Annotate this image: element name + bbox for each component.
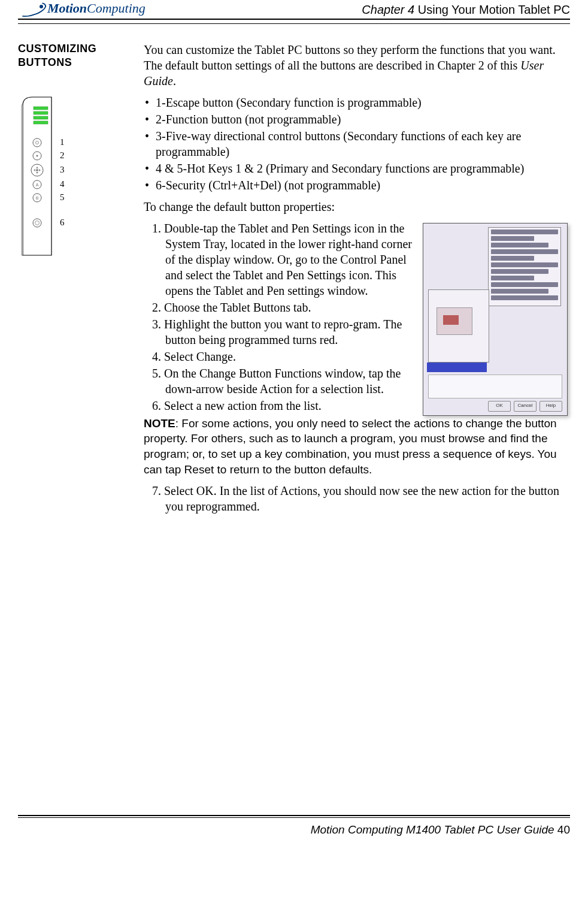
svg-point-14 xyxy=(33,219,41,227)
ss-panel-icon xyxy=(488,227,561,306)
svg-point-4 xyxy=(33,138,41,147)
step-5: 5. On the Change Button Functions window… xyxy=(152,366,414,397)
bullet-item: 1-Escape button (Secondary function is p… xyxy=(144,95,568,110)
tablet-side-diagram-icon: A B 1 2 3 4 5 6 xyxy=(18,93,102,261)
page-number: 40 xyxy=(554,823,570,836)
note-paragraph: NOTE: For some actions, you only need to… xyxy=(144,416,568,478)
intro-paragraph: You can customize the Tablet PC buttons … xyxy=(144,42,568,89)
step-3: 3. Highlight the button you want to repr… xyxy=(152,316,414,348)
header-rule xyxy=(18,23,570,24)
ss-highlight-icon xyxy=(427,363,487,372)
change-intro: To change the default button properties: xyxy=(144,199,568,215)
diagram-label-5: 5 xyxy=(60,192,65,202)
page-header: MotionComputing Chapter 4 Using Your Mot… xyxy=(18,0,570,20)
diagram-label-3: 3 xyxy=(60,165,65,174)
chapter-label: Chapter 4 xyxy=(362,3,414,16)
svg-rect-1 xyxy=(34,111,48,114)
intro-period: . xyxy=(173,74,176,87)
bullet-item: 2-Function button (not programmable) xyxy=(144,111,568,127)
diagram-label-6: 6 xyxy=(60,218,65,227)
ss-cancel-button: Cancel xyxy=(514,401,537,412)
button-list: 1-Escape button (Secondary function is p… xyxy=(144,95,568,193)
footer-title: Motion Computing M1400 Tablet PC User Gu… xyxy=(311,823,554,836)
diagram-label-1: 1 xyxy=(60,137,65,147)
ss-ok-button: OK xyxy=(488,401,511,412)
chapter-header: Chapter 4 Using Your Motion Tablet PC xyxy=(362,2,570,17)
chapter-title: Using Your Motion Tablet PC xyxy=(414,3,570,16)
svg-point-9 xyxy=(36,169,38,171)
footer: Motion Computing M1400 Tablet PC User Gu… xyxy=(18,823,570,838)
step-7: 7. Select OK. In the list of Actions, yo… xyxy=(152,483,568,514)
footer-rule-thin xyxy=(18,817,570,818)
logo-swoosh-icon xyxy=(18,1,45,16)
svg-text:B: B xyxy=(36,196,39,200)
logo-part2: Computing xyxy=(87,1,146,16)
ss-thumbnail-icon xyxy=(437,307,472,335)
step-6: 6. Select a new action from the list. xyxy=(152,398,414,413)
logo-part1: Motion xyxy=(47,1,87,16)
bullet-item: 3-Five-way directional control buttons (… xyxy=(144,128,568,159)
button-diagram: A B 1 2 3 4 5 6 xyxy=(18,93,144,265)
bullet-item: 6-Security (Ctrl+Alt+Del) (not programma… xyxy=(144,177,568,193)
step-2: 2. Choose the Tablet Buttons tab. xyxy=(152,300,414,315)
diagram-label-2: 2 xyxy=(60,150,65,160)
bullet-item: 4 & 5-Hot Keys 1 & 2 (Primary and Second… xyxy=(144,161,568,176)
brand-logo: MotionComputing xyxy=(18,0,146,17)
step-4: 4. Select Change. xyxy=(152,349,414,364)
ss-help-button: Help xyxy=(539,401,562,412)
steps-list: 1. Double-tap the Tablet and Pen Setting… xyxy=(144,221,414,415)
step-1: 1. Double-tap the Tablet and Pen Setting… xyxy=(152,221,414,298)
svg-rect-3 xyxy=(34,121,48,124)
note-body: : For some actions, you only need to sel… xyxy=(144,417,557,476)
svg-rect-0 xyxy=(34,107,48,110)
diagram-label-4: 4 xyxy=(60,179,65,189)
note-label: NOTE xyxy=(144,417,175,430)
section-heading: CUSTOMIZING BUTTONS xyxy=(18,42,144,70)
svg-point-7 xyxy=(37,155,38,157)
svg-text:A: A xyxy=(36,183,39,187)
footer-rule-thick xyxy=(18,815,570,816)
intro-text-1: You can customize the Tablet PC buttons … xyxy=(144,43,556,72)
settings-dialog-screenshot: OK Cancel Help xyxy=(423,223,568,416)
svg-rect-2 xyxy=(34,116,48,119)
ss-bottom-panel-icon xyxy=(428,375,562,398)
